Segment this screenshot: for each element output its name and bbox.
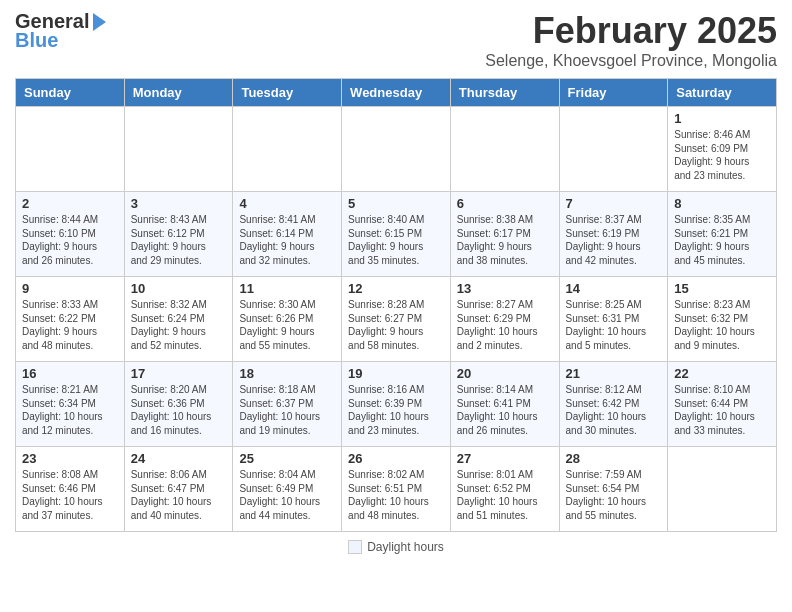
day-info: Sunrise: 8:38 AM Sunset: 6:17 PM Dayligh…: [457, 213, 553, 267]
day-info: Sunrise: 8:41 AM Sunset: 6:14 PM Dayligh…: [239, 213, 335, 267]
calendar-cell: [559, 107, 668, 192]
calendar-cell: 16Sunrise: 8:21 AM Sunset: 6:34 PM Dayli…: [16, 362, 125, 447]
day-info: Sunrise: 8:23 AM Sunset: 6:32 PM Dayligh…: [674, 298, 770, 352]
calendar-cell: [124, 107, 233, 192]
weekday-header-thursday: Thursday: [450, 79, 559, 107]
weekday-header-monday: Monday: [124, 79, 233, 107]
day-number: 16: [22, 366, 118, 381]
day-number: 27: [457, 451, 553, 466]
calendar-cell: 8Sunrise: 8:35 AM Sunset: 6:21 PM Daylig…: [668, 192, 777, 277]
day-number: 22: [674, 366, 770, 381]
day-number: 18: [239, 366, 335, 381]
calendar-cell: 3Sunrise: 8:43 AM Sunset: 6:12 PM Daylig…: [124, 192, 233, 277]
day-number: 23: [22, 451, 118, 466]
calendar-cell: [450, 107, 559, 192]
calendar-cell: 9Sunrise: 8:33 AM Sunset: 6:22 PM Daylig…: [16, 277, 125, 362]
day-info: Sunrise: 8:20 AM Sunset: 6:36 PM Dayligh…: [131, 383, 227, 437]
daylight-swatch: [348, 540, 362, 554]
day-info: Sunrise: 8:01 AM Sunset: 6:52 PM Dayligh…: [457, 468, 553, 522]
calendar-cell: 6Sunrise: 8:38 AM Sunset: 6:17 PM Daylig…: [450, 192, 559, 277]
day-info: Sunrise: 8:06 AM Sunset: 6:47 PM Dayligh…: [131, 468, 227, 522]
calendar-cell: 25Sunrise: 8:04 AM Sunset: 6:49 PM Dayli…: [233, 447, 342, 532]
day-number: 19: [348, 366, 444, 381]
day-number: 13: [457, 281, 553, 296]
logo: General Blue: [15, 10, 106, 52]
day-number: 26: [348, 451, 444, 466]
calendar-cell: 22Sunrise: 8:10 AM Sunset: 6:44 PM Dayli…: [668, 362, 777, 447]
calendar-cell: 20Sunrise: 8:14 AM Sunset: 6:41 PM Dayli…: [450, 362, 559, 447]
weekday-header-tuesday: Tuesday: [233, 79, 342, 107]
calendar-cell: 2Sunrise: 8:44 AM Sunset: 6:10 PM Daylig…: [16, 192, 125, 277]
day-number: 8: [674, 196, 770, 211]
calendar-cell: [668, 447, 777, 532]
day-info: Sunrise: 8:28 AM Sunset: 6:27 PM Dayligh…: [348, 298, 444, 352]
calendar-cell: 24Sunrise: 8:06 AM Sunset: 6:47 PM Dayli…: [124, 447, 233, 532]
daylight-label: Daylight hours: [367, 540, 444, 554]
weekday-header-sunday: Sunday: [16, 79, 125, 107]
day-info: Sunrise: 7:59 AM Sunset: 6:54 PM Dayligh…: [566, 468, 662, 522]
daylight-legend: Daylight hours: [348, 540, 444, 554]
day-info: Sunrise: 8:27 AM Sunset: 6:29 PM Dayligh…: [457, 298, 553, 352]
calendar-cell: 4Sunrise: 8:41 AM Sunset: 6:14 PM Daylig…: [233, 192, 342, 277]
calendar-table: SundayMondayTuesdayWednesdayThursdayFrid…: [15, 78, 777, 532]
calendar-cell: 15Sunrise: 8:23 AM Sunset: 6:32 PM Dayli…: [668, 277, 777, 362]
logo-arrow-icon: [93, 13, 106, 31]
calendar-cell: 18Sunrise: 8:18 AM Sunset: 6:37 PM Dayli…: [233, 362, 342, 447]
month-title: February 2025: [485, 10, 777, 52]
calendar-week-2: 2Sunrise: 8:44 AM Sunset: 6:10 PM Daylig…: [16, 192, 777, 277]
day-number: 9: [22, 281, 118, 296]
page-header: General Blue February 2025 Selenge, Khoe…: [15, 10, 777, 70]
day-info: Sunrise: 8:30 AM Sunset: 6:26 PM Dayligh…: [239, 298, 335, 352]
calendar-cell: [233, 107, 342, 192]
weekday-header-friday: Friday: [559, 79, 668, 107]
day-number: 28: [566, 451, 662, 466]
calendar-body: 1Sunrise: 8:46 AM Sunset: 6:09 PM Daylig…: [16, 107, 777, 532]
calendar-cell: [16, 107, 125, 192]
calendar-cell: 5Sunrise: 8:40 AM Sunset: 6:15 PM Daylig…: [342, 192, 451, 277]
calendar-cell: 10Sunrise: 8:32 AM Sunset: 6:24 PM Dayli…: [124, 277, 233, 362]
day-number: 20: [457, 366, 553, 381]
day-info: Sunrise: 8:10 AM Sunset: 6:44 PM Dayligh…: [674, 383, 770, 437]
calendar-cell: 14Sunrise: 8:25 AM Sunset: 6:31 PM Dayli…: [559, 277, 668, 362]
calendar-cell: 27Sunrise: 8:01 AM Sunset: 6:52 PM Dayli…: [450, 447, 559, 532]
day-info: Sunrise: 8:40 AM Sunset: 6:15 PM Dayligh…: [348, 213, 444, 267]
day-number: 17: [131, 366, 227, 381]
day-number: 11: [239, 281, 335, 296]
calendar-cell: 11Sunrise: 8:30 AM Sunset: 6:26 PM Dayli…: [233, 277, 342, 362]
calendar-week-5: 23Sunrise: 8:08 AM Sunset: 6:46 PM Dayli…: [16, 447, 777, 532]
calendar-cell: 19Sunrise: 8:16 AM Sunset: 6:39 PM Dayli…: [342, 362, 451, 447]
day-number: 21: [566, 366, 662, 381]
day-number: 7: [566, 196, 662, 211]
day-info: Sunrise: 8:18 AM Sunset: 6:37 PM Dayligh…: [239, 383, 335, 437]
calendar-cell: 26Sunrise: 8:02 AM Sunset: 6:51 PM Dayli…: [342, 447, 451, 532]
day-number: 15: [674, 281, 770, 296]
day-info: Sunrise: 8:02 AM Sunset: 6:51 PM Dayligh…: [348, 468, 444, 522]
calendar-cell: 1Sunrise: 8:46 AM Sunset: 6:09 PM Daylig…: [668, 107, 777, 192]
day-info: Sunrise: 8:37 AM Sunset: 6:19 PM Dayligh…: [566, 213, 662, 267]
calendar-cell: 13Sunrise: 8:27 AM Sunset: 6:29 PM Dayli…: [450, 277, 559, 362]
day-number: 1: [674, 111, 770, 126]
logo-blue: Blue: [15, 29, 58, 52]
calendar-cell: 17Sunrise: 8:20 AM Sunset: 6:36 PM Dayli…: [124, 362, 233, 447]
calendar-week-1: 1Sunrise: 8:46 AM Sunset: 6:09 PM Daylig…: [16, 107, 777, 192]
calendar-cell: 12Sunrise: 8:28 AM Sunset: 6:27 PM Dayli…: [342, 277, 451, 362]
day-info: Sunrise: 8:08 AM Sunset: 6:46 PM Dayligh…: [22, 468, 118, 522]
day-info: Sunrise: 8:04 AM Sunset: 6:49 PM Dayligh…: [239, 468, 335, 522]
day-number: 4: [239, 196, 335, 211]
day-number: 10: [131, 281, 227, 296]
calendar-cell: 7Sunrise: 8:37 AM Sunset: 6:19 PM Daylig…: [559, 192, 668, 277]
day-info: Sunrise: 8:46 AM Sunset: 6:09 PM Dayligh…: [674, 128, 770, 182]
day-number: 6: [457, 196, 553, 211]
calendar-cell: 28Sunrise: 7:59 AM Sunset: 6:54 PM Dayli…: [559, 447, 668, 532]
day-number: 24: [131, 451, 227, 466]
day-number: 25: [239, 451, 335, 466]
calendar-footer: Daylight hours: [15, 540, 777, 554]
calendar-week-4: 16Sunrise: 8:21 AM Sunset: 6:34 PM Dayli…: [16, 362, 777, 447]
calendar-header-row: SundayMondayTuesdayWednesdayThursdayFrid…: [16, 79, 777, 107]
day-number: 3: [131, 196, 227, 211]
calendar-cell: [342, 107, 451, 192]
day-info: Sunrise: 8:21 AM Sunset: 6:34 PM Dayligh…: [22, 383, 118, 437]
location-subtitle: Selenge, Khoevsgoel Province, Mongolia: [485, 52, 777, 70]
day-info: Sunrise: 8:32 AM Sunset: 6:24 PM Dayligh…: [131, 298, 227, 352]
day-info: Sunrise: 8:25 AM Sunset: 6:31 PM Dayligh…: [566, 298, 662, 352]
